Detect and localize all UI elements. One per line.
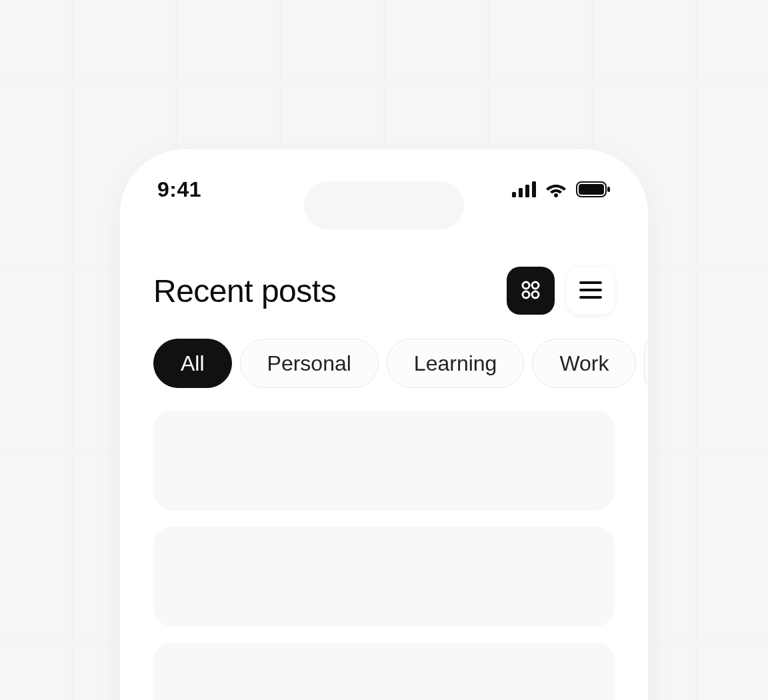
svg-point-11 [532, 291, 539, 298]
menu-button[interactable] [567, 267, 615, 315]
filter-label: Learning [414, 351, 497, 376]
svg-rect-3 [532, 181, 536, 197]
svg-point-9 [532, 282, 539, 289]
filter-tabs: All Personal Learning Work [120, 315, 648, 388]
svg-rect-0 [512, 192, 516, 197]
post-card-placeholder[interactable] [153, 643, 615, 700]
svg-point-4 [554, 193, 558, 197]
post-card-placeholder[interactable] [153, 527, 615, 627]
grid-icon [519, 278, 543, 304]
filter-tab-overflow[interactable] [644, 339, 648, 388]
svg-rect-1 [519, 188, 523, 197]
svg-point-10 [523, 291, 529, 298]
filter-label: All [181, 351, 205, 376]
svg-point-8 [523, 282, 529, 289]
dynamic-island [304, 181, 464, 229]
filter-label: Personal [267, 351, 351, 376]
filter-tab-personal[interactable]: Personal [240, 339, 379, 388]
wifi-icon [545, 181, 567, 197]
hamburger-menu-icon [579, 281, 602, 301]
status-bar: 9:41 [120, 149, 648, 229]
page-title: Recent posts [153, 273, 336, 309]
post-card-placeholder[interactable] [153, 411, 615, 511]
svg-rect-7 [607, 187, 610, 192]
post-list [120, 388, 648, 700]
svg-rect-13 [579, 289, 602, 291]
header-actions [507, 267, 615, 315]
svg-rect-12 [579, 281, 602, 284]
filter-tab-all[interactable]: All [153, 339, 232, 388]
cellular-signal-icon [512, 181, 536, 197]
status-indicators [512, 181, 611, 197]
filter-tab-work[interactable]: Work [532, 339, 636, 388]
filter-label: Work [559, 351, 609, 376]
svg-rect-2 [525, 185, 529, 197]
battery-icon [576, 181, 611, 197]
grid-view-button[interactable] [507, 267, 555, 315]
status-time: 9:41 [157, 177, 201, 202]
filter-tab-learning[interactable]: Learning [387, 339, 525, 388]
svg-rect-6 [579, 184, 604, 195]
page-header: Recent posts [120, 229, 648, 315]
phone-frame: 9:41 [120, 149, 648, 700]
svg-rect-14 [579, 296, 602, 299]
